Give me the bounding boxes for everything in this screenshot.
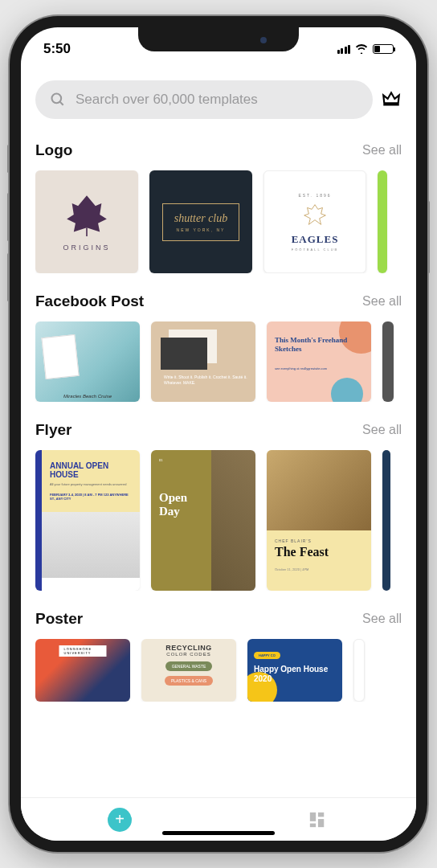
svg-line-1 — [60, 102, 63, 105]
template-text: Happy Open House 2020 — [254, 665, 336, 684]
template-card[interactable] — [382, 450, 390, 591]
template-text: EAGLES — [292, 233, 339, 246]
see-all-poster[interactable]: See all — [362, 612, 402, 626]
section-title-logo: Logo — [35, 141, 72, 159]
section-title-flyer: Flyer — [35, 421, 71, 439]
template-card[interactable] — [353, 639, 365, 702]
see-all-logo[interactable]: See all — [362, 143, 402, 158]
search-placeholder: Search over 60,000 templates — [76, 92, 258, 108]
notch — [138, 27, 299, 51]
status-time: 5:50 — [43, 41, 71, 57]
template-image — [42, 512, 140, 578]
template-card[interactable]: Write it. Shoot it. Publish it. Crochet … — [151, 321, 255, 402]
template-text: ORIGINS — [63, 244, 110, 252]
leaf-icon — [65, 192, 108, 237]
template-card[interactable]: ANNUAL OPEN HOUSE All your future proper… — [35, 450, 140, 591]
template-text: The Feast — [275, 545, 363, 559]
template-card[interactable]: ORIGINS — [35, 170, 138, 273]
volume-down-button — [7, 253, 10, 301]
svg-rect-3 — [310, 812, 316, 821]
template-text: Open Day — [159, 491, 203, 518]
home-indicator[interactable] — [162, 831, 275, 835]
template-text: All your future property management need… — [50, 482, 132, 486]
template-text: FEBRUARY 3-4, 2020 | 8 AM - 7 PM 123 ANY… — [50, 493, 132, 501]
silence-switch — [7, 145, 10, 173]
template-card[interactable] — [382, 321, 394, 402]
template-text: COLOR CODES — [146, 652, 231, 657]
template-text: PLASTICS & CANS — [165, 676, 213, 686]
template-text: RECYCLING — [146, 644, 231, 652]
template-card[interactable]: This Month's Freehand Sketches see every… — [267, 321, 371, 402]
section-title-poster: Poster — [35, 610, 83, 628]
template-text: 01 — [159, 458, 203, 462]
template-image — [267, 450, 371, 530]
section-logo: Logo See all ORIGINS shutter club NEW YO… — [35, 141, 402, 273]
wifi-icon — [355, 44, 368, 54]
cellular-signal-icon — [337, 45, 351, 54]
template-text: LONGSHORE UNIVERSITY — [59, 645, 107, 657]
eagle-icon — [300, 201, 330, 228]
logo-cards[interactable]: ORIGINS shutter club NEW YORK, NY EST. 1… — [35, 170, 402, 273]
svg-rect-6 — [310, 823, 316, 827]
template-text: Miracles Beach Cruise — [35, 394, 140, 399]
template-card[interactable]: CHEF BLAIR'S The Feast October 11, 2020 … — [267, 450, 371, 591]
battery-icon — [373, 44, 394, 54]
template-text: This Month's Freehand Sketches — [275, 336, 371, 354]
template-text: Write it. Shoot it. Publish it. Crochet … — [164, 375, 255, 386]
template-text: shutter club — [174, 212, 228, 225]
template-image — [211, 450, 255, 591]
template-card[interactable]: Miracles Beach Cruise — [35, 321, 140, 402]
volume-up-button — [7, 193, 10, 241]
facebook-cards[interactable]: Miracles Beach Cruise Write it. Shoot it… — [35, 321, 402, 402]
template-text: CHEF BLAIR'S — [275, 538, 363, 543]
grid-icon — [308, 811, 326, 829]
template-text: FOOTBALL CLUB — [292, 248, 339, 252]
section-title-facebook: Facebook Post — [35, 293, 144, 310]
template-card[interactable]: 01 Open Day — [151, 450, 255, 591]
crown-icon[interactable] — [381, 89, 402, 110]
section-facebook: Facebook Post See all Miracles Beach Cru… — [35, 293, 402, 402]
template-text: EST. 1896 — [298, 193, 331, 198]
see-all-facebook[interactable]: See all — [362, 294, 402, 309]
template-card[interactable]: LONGSHORE UNIVERSITY — [35, 639, 130, 702]
see-all-flyer[interactable]: See all — [362, 423, 402, 437]
template-text: ANNUAL OPEN HOUSE — [50, 461, 132, 479]
section-poster: Poster See all LONGSHORE UNIVERSITY RECY… — [35, 610, 402, 702]
svg-rect-5 — [318, 819, 324, 827]
template-text: see everything at reallygreatsite.com — [275, 366, 327, 371]
template-text: GENERAL WASTE — [165, 661, 213, 671]
template-card[interactable] — [378, 170, 387, 273]
section-flyer: Flyer See all ANNUAL OPEN HOUSE All your… — [35, 421, 402, 591]
search-icon — [50, 92, 66, 108]
template-card[interactable]: RECYCLING COLOR CODES GENERAL WASTE PLAS… — [141, 639, 236, 702]
svg-rect-4 — [318, 812, 324, 817]
template-text: HAPPY CO — [254, 652, 280, 659]
poster-cards[interactable]: LONGSHORE UNIVERSITY RECYCLING COLOR COD… — [35, 639, 402, 702]
template-card[interactable]: shutter club NEW YORK, NY — [149, 170, 252, 273]
template-card[interactable]: HAPPY CO Happy Open House 2020 — [247, 639, 342, 702]
flyer-cards[interactable]: ANNUAL OPEN HOUSE All your future proper… — [35, 450, 402, 591]
phone-frame: 5:50 Search over 60,000 templates Logo S… — [10, 16, 427, 852]
svg-point-0 — [52, 94, 62, 104]
template-card[interactable]: EST. 1896 EAGLES FOOTBALL CLUB — [263, 170, 366, 273]
template-text: NEW YORK, NY — [174, 227, 228, 232]
template-text: October 11, 2020 | 4PM — [275, 567, 363, 571]
plus-icon: + — [108, 808, 132, 832]
power-button — [427, 201, 430, 273]
search-input[interactable]: Search over 60,000 templates — [35, 80, 373, 119]
